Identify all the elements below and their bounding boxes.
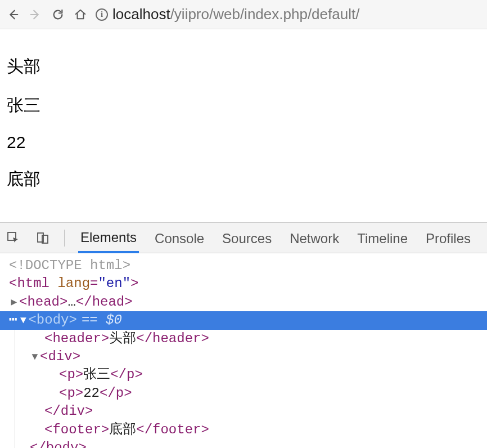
tab-sources[interactable]: Sources [220,224,274,252]
devtools-panel: Elements Console Sources Network Timelin… [0,222,487,448]
expand-triangle-right-icon[interactable]: ▶ [9,295,19,309]
dom-header[interactable]: <header>头部</header> [15,330,487,348]
url-path: /yiipro/web/index.php/default/ [170,6,360,23]
dom-p2[interactable]: <p>22</p> [15,384,487,402]
page-viewport: 头部 张三 22 底部 [0,29,487,222]
back-button[interactable] [6,7,20,22]
page-footer-text: 底部 [7,168,480,191]
page-header-text: 头部 [7,55,480,78]
dom-footer[interactable]: <footer>底部</footer> [15,421,487,439]
devtools-tabbar: Elements Console Sources Network Timelin… [0,223,487,253]
dom-body-close[interactable]: </body> [15,439,487,448]
dom-p1[interactable]: <p>张三</p> [15,366,487,384]
selected-node-marker: == $0 [82,311,122,329]
inspect-element-icon[interactable] [6,230,21,246]
page-age-text: 22 [7,133,480,152]
url-host: localhost [112,6,170,23]
home-button[interactable] [73,7,88,22]
tab-profiles[interactable]: Profiles [423,224,473,252]
elements-tree[interactable]: <!DOCTYPE html> <html lang="en"> ▶<head>… [0,253,487,448]
overflow-ellipsis-icon: ⋯ [9,311,18,329]
dom-body-selected[interactable]: ⋯▼<body>== $0 [0,311,487,329]
dom-div-close[interactable]: </div> [15,402,487,420]
forward-button[interactable] [28,7,43,22]
address-bar[interactable]: i localhost/yiipro/web/index.php/default… [96,6,481,23]
dom-div-open[interactable]: ▼<div> [15,348,487,366]
tab-separator [64,230,65,247]
dom-head[interactable]: ▶<head>…</head> [9,293,487,311]
tab-timeline[interactable]: Timeline [355,224,410,252]
tab-console[interactable]: Console [152,224,206,252]
reload-button[interactable] [51,7,65,22]
expand-triangle-down-icon[interactable]: ▼ [18,313,28,327]
page-name-text: 张三 [7,94,480,117]
dom-doctype[interactable]: <!DOCTYPE html> [9,257,487,275]
tab-elements[interactable]: Elements [78,223,139,253]
device-toggle-icon[interactable] [35,230,51,246]
dom-html-open[interactable]: <html lang="en"> [9,275,487,293]
browser-toolbar: i localhost/yiipro/web/index.php/default… [0,0,487,29]
site-info-icon[interactable]: i [96,8,108,21]
expand-triangle-down-icon[interactable]: ▼ [30,350,40,364]
tab-network[interactable]: Network [287,224,341,252]
